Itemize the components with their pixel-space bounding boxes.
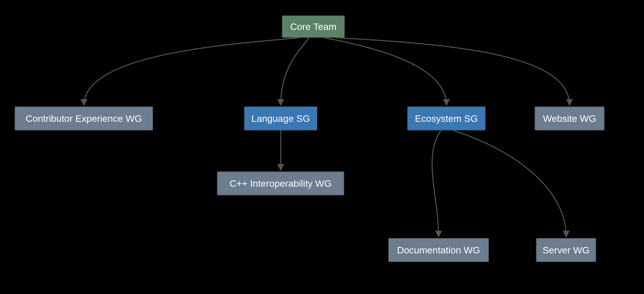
edge-core-to-ecosystem [325, 38, 446, 105]
org-chart-canvas: Core Team Contributor Experience WG Lang… [0, 0, 644, 294]
node-website-wg: Website WG [535, 106, 605, 130]
node-label: Contributor Experience WG [26, 113, 142, 124]
node-label: Language SG [251, 113, 310, 124]
node-label: Ecosystem SG [415, 113, 478, 124]
node-language-sg: Language SG [244, 106, 317, 130]
node-documentation-wg: Documentation WG [388, 238, 489, 262]
edge-core-to-language [281, 38, 309, 105]
node-label: Core Team [290, 21, 337, 32]
node-server-wg: Server WG [536, 238, 596, 262]
node-label: C++ Interoperability WG [230, 178, 332, 189]
node-ecosystem-sg: Ecosystem SG [407, 106, 486, 130]
edge-ecosystem-to-docs [432, 130, 441, 237]
edge-core-to-contrib [84, 38, 299, 105]
node-label: Server WG [542, 245, 589, 256]
node-label: Website WG [543, 113, 596, 124]
edge-core-to-website [336, 38, 570, 105]
node-label: Documentation WG [397, 245, 480, 256]
node-cpp-interop-wg: C++ Interoperability WG [217, 171, 344, 195]
node-contributor-experience-wg: Contributor Experience WG [15, 106, 153, 130]
node-core-team: Core Team [282, 15, 345, 38]
edge-ecosystem-to-server [453, 130, 566, 237]
